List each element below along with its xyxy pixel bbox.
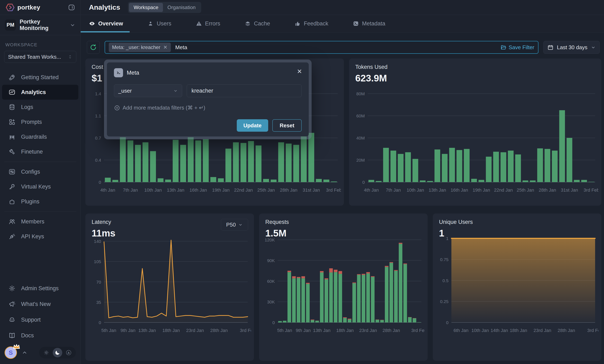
svg-text:16th Jan: 16th Jan: [189, 188, 207, 193]
sidebar-item-configs[interactable]: Configs: [2, 164, 78, 179]
chip-close-icon[interactable]: ✕: [163, 44, 167, 50]
svg-text:40M: 40M: [356, 136, 365, 140]
svg-text:25th Jan: 25th Jan: [517, 188, 534, 193]
plug-icon: [8, 233, 16, 240]
workspace-selector[interactable]: Shared Team Works...: [4, 51, 76, 63]
filter-chip[interactable]: Meta: _user: kreacher ✕: [109, 43, 171, 52]
sidebar-item-guardrails[interactable]: Guardrails: [2, 129, 78, 144]
tokens-chart: 80M60M40M20M04th Jan7th Jan10th Jan13th …: [352, 89, 598, 203]
tab-feedback[interactable]: Feedback: [294, 20, 328, 27]
logo-text: portkey: [17, 4, 40, 11]
eye-icon: [89, 20, 95, 27]
card-title: Unique Users: [439, 219, 473, 225]
svg-text:0: 0: [446, 320, 449, 325]
sidebar-item-what-s-new[interactable]: What's New: [2, 296, 78, 312]
chevron-updown-icon: [68, 55, 72, 59]
meta-key-select[interactable]: _user: [114, 84, 182, 97]
svg-text:0: 0: [99, 180, 101, 185]
card-value: $1: [92, 73, 102, 84]
latency-card: Latency11msP50140105703505th Jan9th Jan1…: [85, 213, 254, 361]
dark-theme-moon-icon[interactable]: [53, 348, 62, 357]
org-name: Portkey Monitoring: [20, 19, 70, 31]
user-icon: [147, 20, 154, 27]
auto-theme-icon[interactable]: A: [64, 348, 73, 357]
scope-workspace[interactable]: Workspace: [129, 3, 163, 12]
svg-text:25th Jan: 25th Jan: [257, 188, 275, 193]
scope-toggle: Workspace Organisation: [128, 2, 201, 13]
svg-text:18th Jan: 18th Jan: [336, 328, 353, 333]
chevron-down-icon: [591, 45, 596, 50]
user-row: S A: [0, 343, 80, 364]
sidebar-item-plugins[interactable]: Plugins: [2, 194, 78, 209]
refresh-button[interactable]: [87, 41, 100, 54]
folder-icon: [500, 44, 507, 50]
svg-text:13th Jan: 13th Jan: [429, 188, 446, 193]
tab-cache[interactable]: Cache: [245, 20, 270, 27]
tab-overview[interactable]: Overview: [89, 20, 123, 27]
svg-text:10th Jan: 10th Jan: [406, 188, 424, 193]
svg-text:31st Jan: 31st Jan: [303, 188, 320, 193]
sidebar-item-members[interactable]: Members: [2, 214, 78, 229]
percentile-select[interactable]: P50: [221, 219, 248, 230]
sidebar-collapse-icon[interactable]: [68, 4, 75, 11]
svg-text:1.4: 1.4: [95, 91, 101, 96]
close-icon[interactable]: ✕: [297, 68, 302, 75]
svg-text:0: 0: [99, 320, 101, 325]
light-theme-sun-icon[interactable]: [42, 348, 51, 357]
megaphone-icon: [8, 300, 16, 308]
meta-modal-frame: Meta ✕ _user kreacher Add more metadat: [104, 60, 312, 139]
tab-metadata[interactable]: Metadata: [353, 20, 385, 27]
svg-text:0.75: 0.75: [440, 257, 449, 262]
sidebar-item-analytics[interactable]: Analytics: [2, 85, 78, 100]
svg-text:13th Jan: 13th Jan: [167, 188, 184, 193]
meta-filter-input[interactable]: Meta: _user: kreacher ✕ Meta Save Filter: [105, 41, 539, 54]
sidebar-item-logs[interactable]: Logs: [2, 100, 78, 114]
org-switcher[interactable]: PM Portkey Monitoring: [0, 15, 80, 35]
wrench-icon: [8, 148, 16, 155]
meta-value-input[interactable]: kreacher: [187, 84, 302, 97]
members-icon: [8, 218, 16, 225]
sidebar-item-finetune[interactable]: Finetune: [2, 144, 78, 159]
sidebar-divider: [4, 212, 76, 212]
sidebar-item-admin-settings[interactable]: Admin Settings: [2, 280, 78, 296]
sidebar-item-virtual-keys[interactable]: Virtual Keys: [2, 179, 78, 194]
svg-text:3rd Feb: 3rd Feb: [240, 328, 251, 333]
add-metadata-filter-button[interactable]: Add more metadata filters (⌘ + ↵): [114, 105, 302, 111]
puzzle-icon: [8, 198, 16, 205]
tab-users[interactable]: Users: [147, 20, 171, 27]
svg-text:7th Jan: 7th Jan: [123, 188, 138, 193]
sidebar-item-docs[interactable]: Docs: [2, 328, 78, 343]
svg-text:0: 0: [272, 320, 275, 325]
svg-text:3rd Feb: 3rd Feb: [583, 188, 598, 193]
sidebar-item-getting-started[interactable]: Getting Started: [2, 70, 78, 85]
app: portkey PM Portkey Monitoring WORKSPACE …: [0, 0, 604, 364]
theme-toggle: A: [39, 347, 76, 358]
sidebar-item-support[interactable]: Support: [2, 312, 78, 328]
svg-text:28th Jan: 28th Jan: [558, 328, 575, 333]
unique-users-card: Unique Users110.750.50.2506th Jan10th Ja…: [433, 213, 601, 361]
rocket-icon: [8, 74, 16, 81]
reset-button[interactable]: Reset: [272, 119, 302, 132]
sidebar-item-api-keys[interactable]: API Keys: [2, 229, 78, 244]
svg-text:3rd Feb: 3rd Feb: [326, 188, 341, 193]
svg-text:18th Jan: 18th Jan: [162, 328, 180, 333]
chevron-up-icon[interactable]: [22, 350, 28, 356]
sidebar-item-prompts[interactable]: Prompts: [2, 114, 78, 129]
svg-text:30K: 30K: [267, 300, 275, 304]
svg-text:22nd Jan: 22nd Jan: [494, 188, 513, 193]
guardrails-icon: [8, 133, 16, 140]
active-tab-indicator: [81, 31, 130, 32]
prompts-icon: [8, 118, 16, 126]
logo-row: portkey: [0, 0, 80, 15]
date-range-button[interactable]: Last 30 days: [543, 41, 600, 54]
tab-errors[interactable]: Errors: [196, 20, 220, 27]
card-title: Requests: [265, 219, 289, 225]
svg-text:1.1: 1.1: [95, 113, 101, 118]
update-button[interactable]: Update: [237, 119, 268, 132]
svg-text:120K: 120K: [265, 238, 275, 242]
save-filter-button[interactable]: Save Filter: [500, 44, 534, 51]
scope-organisation[interactable]: Organisation: [163, 3, 200, 12]
sidebar: portkey PM Portkey Monitoring WORKSPACE …: [0, 0, 81, 364]
page-title: Analytics: [89, 3, 120, 11]
svg-text:22nd Jan: 22nd Jan: [234, 188, 253, 193]
